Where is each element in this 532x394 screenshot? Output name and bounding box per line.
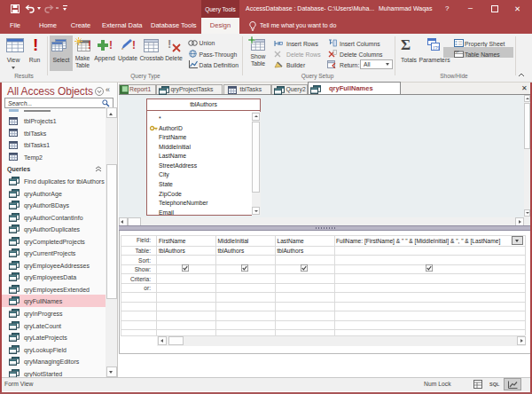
svg-text:[?]: [?] <box>434 45 440 51</box>
svg-text:xyz: xyz <box>455 50 460 53</box>
